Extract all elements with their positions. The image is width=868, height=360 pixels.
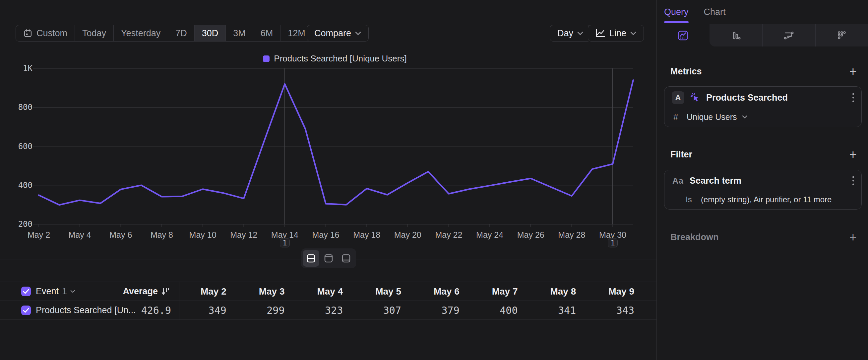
layout-toggle bbox=[301, 248, 356, 268]
metric-card[interactable]: A Products Searched # Unique Users bbox=[664, 86, 862, 127]
filter-heading: Filter bbox=[671, 149, 692, 160]
x-tick-label: May 16 bbox=[312, 230, 340, 240]
x-tick-label: May 18 bbox=[353, 230, 380, 240]
filter-operator[interactable]: Is bbox=[686, 195, 695, 204]
metrics-heading: Metrics bbox=[671, 66, 702, 77]
event-count: 1 bbox=[62, 286, 67, 297]
tab-query[interactable]: Query bbox=[664, 0, 689, 24]
chart-only-view-icon bbox=[324, 254, 333, 263]
annotation-badge[interactable]: 1 bbox=[280, 238, 290, 247]
series-checkbox[interactable] bbox=[21, 306, 31, 315]
value-cell: 349 bbox=[168, 301, 226, 320]
value-cell: 307 bbox=[343, 301, 401, 320]
table-header-row: Event 1 Average May 2May 3May 4May 5May … bbox=[0, 282, 656, 301]
table-border bbox=[0, 320, 656, 320]
view-tab-strip bbox=[710, 24, 868, 47]
x-tick-label: May 26 bbox=[517, 230, 545, 240]
y-tick-label: 800 bbox=[7, 103, 32, 112]
breakdown-section-header: Breakdown + bbox=[657, 231, 868, 244]
chart-only-view-button[interactable] bbox=[320, 250, 337, 267]
chevron-down-icon bbox=[70, 290, 75, 293]
chevron-down-icon bbox=[742, 115, 747, 118]
filter-property-name[interactable]: Search term bbox=[690, 176, 741, 186]
value-cell: 299 bbox=[226, 301, 285, 320]
bar-chart-icon bbox=[730, 30, 741, 41]
view-type-tabs bbox=[657, 24, 868, 47]
date-column-header[interactable]: May 9 bbox=[576, 282, 634, 301]
results-table: Event 1 Average May 2May 3May 4May 5May … bbox=[0, 282, 656, 320]
event-column-header[interactable]: Event 1 bbox=[36, 282, 75, 301]
aggregation-selector[interactable]: Unique Users bbox=[687, 112, 737, 122]
x-tick-label: May 24 bbox=[476, 230, 503, 240]
filter-menu-button[interactable] bbox=[852, 176, 854, 185]
date-column-header[interactable]: May 2 bbox=[168, 282, 226, 301]
date-column-header[interactable]: May 8 bbox=[518, 282, 576, 301]
tab-query-label: Query bbox=[664, 7, 689, 17]
date-column-header[interactable]: May 4 bbox=[285, 282, 343, 301]
split-view-button[interactable] bbox=[303, 250, 319, 267]
filter-row: Aa Search term bbox=[664, 170, 861, 191]
insights-chart-icon bbox=[677, 30, 689, 41]
select-all-checkbox[interactable] bbox=[21, 286, 31, 296]
table-only-view-button[interactable] bbox=[338, 250, 354, 267]
view-tab-bar-chart[interactable] bbox=[710, 24, 763, 47]
split-view-icon bbox=[306, 254, 316, 263]
value-cell: 323 bbox=[285, 301, 343, 320]
view-tab-flows[interactable] bbox=[762, 24, 815, 47]
filter-card[interactable]: Aa Search term Is (empty string), Air pu… bbox=[664, 170, 862, 210]
x-tick-label: May 8 bbox=[151, 230, 173, 240]
add-filter-button[interactable]: + bbox=[849, 148, 857, 161]
table-only-view-icon bbox=[341, 254, 351, 263]
metric-name[interactable]: Products Searched bbox=[706, 93, 788, 103]
text-property-icon: Aa bbox=[672, 176, 684, 186]
metrics-section-header: Metrics + bbox=[657, 65, 868, 78]
flows-icon bbox=[783, 30, 795, 41]
add-breakdown-button[interactable]: + bbox=[849, 231, 857, 244]
breakdown-heading: Breakdown bbox=[671, 232, 719, 243]
average-label: Average bbox=[123, 286, 158, 297]
x-tick-label: May 4 bbox=[69, 230, 91, 240]
date-column-header[interactable]: May 5 bbox=[343, 282, 401, 301]
chart-area: Products Searched [Unique Users] 1K80060… bbox=[0, 32, 656, 261]
date-column-header[interactable]: May 6 bbox=[401, 282, 460, 301]
analytics-app: { "colors": { "accent": "#7c5cfc", "line… bbox=[0, 0, 868, 360]
filter-condition-row: Is (empty string), Air purifier, or 11 m… bbox=[664, 191, 861, 208]
line-chart[interactable] bbox=[0, 32, 656, 261]
event-label: Event bbox=[36, 286, 59, 297]
y-tick-label: 600 bbox=[7, 142, 32, 151]
series-average: 426.9 bbox=[93, 301, 171, 320]
value-cell: 343 bbox=[576, 301, 634, 320]
number-icon: # bbox=[673, 112, 681, 122]
retention-grid-icon bbox=[836, 30, 847, 41]
main-content: CustomTodayYesterday7D30D3M6M12MXTD Comp… bbox=[0, 0, 656, 360]
x-tick-label: May 28 bbox=[558, 230, 585, 240]
y-tick-label: 1K bbox=[7, 64, 32, 73]
view-tab-retention[interactable] bbox=[815, 24, 868, 47]
tab-chart[interactable]: Chart bbox=[704, 0, 726, 24]
x-tick-label: May 22 bbox=[435, 230, 462, 240]
filter-value[interactable]: (empty string), Air purifier, or 11 more bbox=[701, 195, 832, 204]
average-column-header[interactable]: Average bbox=[93, 282, 170, 301]
series-line[interactable] bbox=[39, 80, 633, 205]
y-tick-label: 400 bbox=[7, 181, 32, 190]
view-tab-insights[interactable] bbox=[657, 24, 710, 47]
metric-row: A Products Searched bbox=[664, 87, 861, 109]
panel-tabs: Query Chart bbox=[657, 0, 868, 24]
filter-section-header: Filter + bbox=[657, 148, 868, 161]
y-tick-label: 200 bbox=[7, 220, 32, 229]
date-column-header[interactable]: May 7 bbox=[460, 282, 518, 301]
x-tick-label: May 10 bbox=[189, 230, 217, 240]
value-cell: 379 bbox=[401, 301, 460, 320]
metric-aggregation-row: # Unique Users bbox=[664, 109, 861, 125]
annotation-badge[interactable]: 1 bbox=[608, 238, 618, 247]
date-column-header[interactable]: May 3 bbox=[226, 282, 285, 301]
x-tick-label: May 2 bbox=[28, 230, 50, 240]
value-cell: 341 bbox=[518, 301, 576, 320]
x-tick-label: May 6 bbox=[110, 230, 132, 240]
x-tick-label: May 20 bbox=[394, 230, 422, 240]
table-column-divider bbox=[179, 282, 179, 320]
value-cell: 400 bbox=[460, 301, 518, 320]
tab-chart-label: Chart bbox=[704, 7, 726, 17]
add-metric-button[interactable]: + bbox=[849, 65, 857, 78]
metric-menu-button[interactable] bbox=[852, 93, 854, 102]
